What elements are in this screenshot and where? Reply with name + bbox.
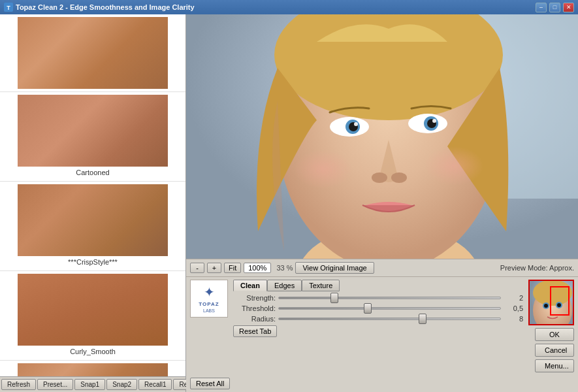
threshold-thumb[interactable] bbox=[364, 303, 372, 314]
logo-icon: ✦ bbox=[204, 284, 215, 300]
zoom-out-button[interactable]: - bbox=[190, 263, 204, 273]
radius-value: 8 bbox=[504, 315, 523, 323]
tab-clean[interactable]: Clean bbox=[233, 280, 267, 291]
strength-row: Strength: 2 bbox=[233, 294, 523, 302]
presets-panel: Cartooned ***CrispStyle*** Curly_Smooth bbox=[0, 14, 186, 392]
tab-texture[interactable]: Texture bbox=[302, 280, 340, 291]
threshold-label: Threshold: bbox=[233, 304, 276, 312]
tab-edges[interactable]: Edges bbox=[267, 280, 302, 291]
thumbnail-preview bbox=[528, 280, 574, 325]
preset-button[interactable]: Preset... bbox=[37, 379, 73, 390]
preset-thumbnail bbox=[18, 17, 168, 89]
svg-point-16 bbox=[391, 172, 407, 183]
refresh-button[interactable]: Refresh bbox=[1, 379, 36, 390]
svg-point-24 bbox=[544, 304, 548, 308]
controls-panel: Clean Edges Texture Strength: 2 Threshol… bbox=[233, 280, 523, 337]
strength-label: Strength: bbox=[233, 294, 276, 302]
presets-list[interactable]: Cartooned ***CrispStyle*** Curly_Smooth bbox=[0, 14, 185, 376]
preview-area bbox=[186, 14, 578, 259]
thumbnail-image bbox=[18, 274, 168, 346]
preset-label: Cartooned bbox=[3, 167, 183, 178]
thumbnail-image bbox=[18, 363, 168, 376]
title-bar: T Topaz Clean 2 - Edge Smoothness and Im… bbox=[0, 0, 578, 14]
minimize-button[interactable]: – bbox=[536, 3, 547, 12]
right-panel: - + Fit 100% 33 % View Original Image Pr… bbox=[186, 14, 578, 392]
ok-button[interactable]: OK bbox=[535, 328, 574, 341]
threshold-row: Threshold: 0,5 bbox=[233, 304, 523, 312]
recall1-button[interactable]: Recall1 bbox=[138, 379, 172, 390]
zoom-percent: 33 % bbox=[276, 264, 293, 272]
zoom-in-button[interactable]: + bbox=[207, 263, 221, 273]
view-original-button[interactable]: View Original Image bbox=[295, 262, 374, 274]
svg-point-15 bbox=[372, 172, 387, 183]
bottom-tabs: Refresh Preset... Snap1 Snap2 Recall1 Re… bbox=[0, 376, 185, 392]
preset-thumbnail bbox=[18, 274, 168, 346]
preview-image bbox=[186, 14, 578, 259]
cancel-button[interactable]: Cancel bbox=[535, 344, 574, 357]
list-item[interactable] bbox=[0, 361, 185, 376]
snap2-button[interactable]: Snap2 bbox=[106, 379, 137, 390]
radius-slider[interactable] bbox=[278, 318, 501, 320]
strength-thumb[interactable] bbox=[330, 293, 338, 303]
preset-label: ***CrispStyle*** bbox=[3, 256, 183, 268]
list-item[interactable]: Cartooned bbox=[0, 92, 185, 182]
svg-point-18 bbox=[425, 146, 483, 186]
maximize-button[interactable]: □ bbox=[549, 3, 560, 12]
thumbnail-image bbox=[18, 184, 168, 256]
window-title: Topaz Clean 2 - Edge Smoothness and Imag… bbox=[16, 3, 533, 11]
zoom-level: 100% bbox=[244, 263, 271, 273]
list-item[interactable] bbox=[0, 14, 185, 92]
menu-button[interactable]: Menu... bbox=[535, 359, 574, 372]
preset-thumbnail bbox=[18, 184, 168, 256]
thumbnail-image bbox=[18, 17, 168, 89]
svg-point-13 bbox=[354, 122, 358, 126]
controls-tabs: Clean Edges Texture bbox=[233, 280, 523, 291]
preset-thumbnail bbox=[18, 363, 168, 376]
main-container: Cartooned ***CrispStyle*** Curly_Smooth bbox=[0, 14, 578, 392]
right-controls: OK Cancel Menu... bbox=[528, 280, 574, 372]
preview-mode-label: Preview Mode: Approx. bbox=[500, 264, 574, 272]
toolbar-row: - + Fit 100% 33 % View Original Image Pr… bbox=[186, 259, 578, 277]
logo-text-topaz: TOPAZ bbox=[199, 301, 219, 307]
fit-button[interactable]: Fit bbox=[224, 263, 241, 273]
app-icon: T bbox=[4, 3, 13, 12]
list-item[interactable]: Curly_Smooth bbox=[0, 271, 185, 361]
thumbnail-image bbox=[18, 95, 168, 167]
preset-label: Curly_Smooth bbox=[3, 346, 183, 357]
list-item[interactable]: ***CrispStyle*** bbox=[0, 182, 185, 271]
controls-area: ✦ TOPAZ LABS Clean Edges Texture Strengt… bbox=[186, 277, 578, 375]
topaz-logo: ✦ TOPAZ LABS bbox=[190, 280, 228, 318]
preset-thumbnail bbox=[18, 95, 168, 167]
strength-value: 2 bbox=[504, 294, 523, 302]
logo-text-labs: LABS bbox=[203, 308, 215, 313]
radius-thumb[interactable] bbox=[419, 314, 426, 324]
strength-slider[interactable] bbox=[278, 297, 501, 299]
svg-point-17 bbox=[294, 150, 353, 189]
radius-row: Radius: 8 bbox=[233, 315, 523, 323]
radius-label: Radius: bbox=[233, 315, 276, 323]
svg-point-14 bbox=[432, 119, 436, 123]
reset-tab-button[interactable]: Reset Tab bbox=[233, 325, 277, 337]
reset-row: Reset All bbox=[186, 375, 578, 392]
reset-all-button[interactable]: Reset All bbox=[190, 378, 230, 389]
threshold-slider[interactable] bbox=[278, 307, 501, 310]
snap1-button[interactable]: Snap1 bbox=[74, 379, 105, 390]
threshold-value: 0,5 bbox=[504, 304, 523, 312]
selection-box bbox=[550, 286, 570, 316]
svg-text:T: T bbox=[7, 5, 10, 11]
close-button[interactable]: ✕ bbox=[563, 3, 574, 12]
